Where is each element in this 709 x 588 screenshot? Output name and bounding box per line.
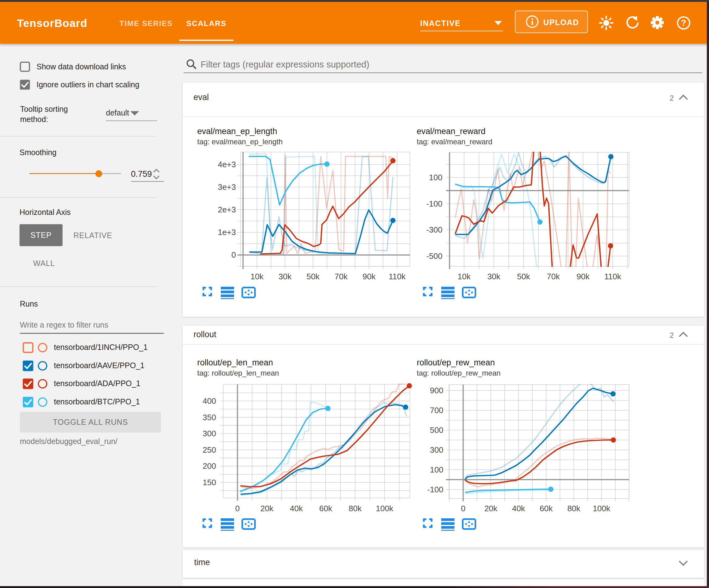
svg-text:40k: 40k — [290, 504, 303, 513]
svg-text:-100: -100 — [426, 199, 442, 208]
svg-text:0: 0 — [232, 250, 236, 259]
svg-text:1e+3: 1e+3 — [218, 228, 236, 237]
svg-text:70k: 70k — [547, 272, 560, 281]
svg-text:70k: 70k — [335, 272, 348, 281]
svg-text:250: 250 — [203, 445, 216, 455]
svg-text:50k: 50k — [517, 272, 530, 281]
svg-text:100k: 100k — [376, 504, 394, 513]
svg-text:30k: 30k — [487, 272, 501, 281]
svg-text:10k: 10k — [457, 272, 471, 281]
svg-text:700: 700 — [430, 406, 443, 415]
svg-text:20k: 20k — [260, 504, 274, 513]
svg-text:100k: 100k — [593, 504, 610, 513]
svg-text:0: 0 — [235, 504, 240, 513]
svg-text:-300: -300 — [426, 225, 442, 234]
svg-text:110k: 110k — [389, 272, 405, 281]
svg-text:?: ? — [681, 18, 686, 28]
svg-text:100: 100 — [430, 465, 443, 475]
svg-text:150: 150 — [203, 478, 216, 487]
svg-text:60k: 60k — [319, 504, 333, 513]
svg-text:30k: 30k — [279, 272, 292, 281]
svg-text:4e+3: 4e+3 — [218, 160, 236, 169]
svg-text:350: 350 — [203, 413, 216, 422]
svg-text:2e+3: 2e+3 — [218, 205, 236, 214]
svg-text:500: 500 — [430, 426, 443, 435]
svg-text:90k: 90k — [363, 272, 376, 281]
svg-text:0: 0 — [461, 504, 465, 513]
svg-text:300: 300 — [203, 429, 216, 438]
svg-text:3e+3: 3e+3 — [218, 182, 236, 191]
svg-text:80k: 80k — [349, 504, 362, 513]
svg-text:80k: 80k — [567, 504, 580, 513]
svg-text:400: 400 — [203, 397, 216, 406]
svg-text:10k: 10k — [251, 272, 264, 281]
svg-text:50k: 50k — [307, 272, 320, 281]
svg-text:90k: 90k — [577, 272, 590, 281]
svg-text:20k: 20k — [484, 504, 498, 513]
svg-text:110k: 110k — [604, 272, 621, 281]
svg-text:40k: 40k — [512, 504, 525, 513]
svg-text:900: 900 — [430, 386, 443, 395]
svg-text:200: 200 — [203, 461, 216, 471]
svg-text:-500: -500 — [426, 251, 442, 261]
svg-text:100: 100 — [429, 173, 442, 182]
svg-text:300: 300 — [430, 445, 443, 455]
svg-text:-100: -100 — [427, 485, 443, 494]
svg-text:60k: 60k — [540, 504, 553, 513]
